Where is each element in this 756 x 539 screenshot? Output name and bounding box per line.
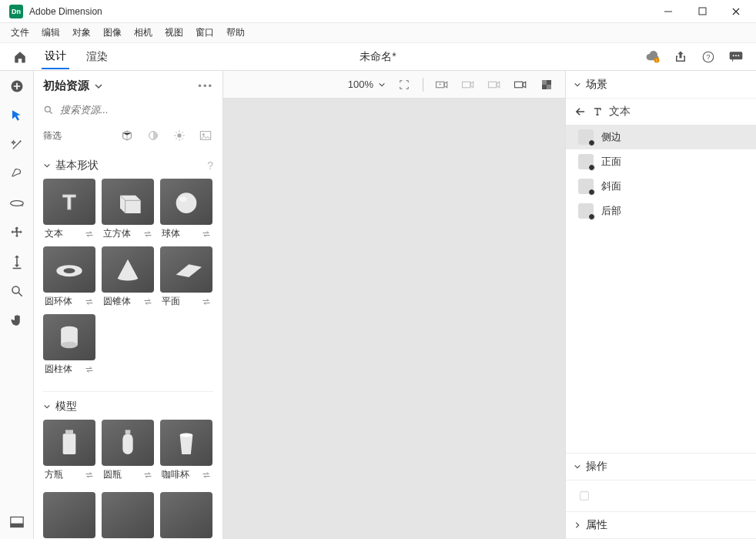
close-button[interactable]: [719, 1, 753, 22]
scene-panel-head[interactable]: 场景: [566, 71, 756, 99]
swap-icon[interactable]: [85, 366, 94, 373]
swap-icon[interactable]: [85, 471, 94, 479]
app-icon: Dn: [9, 5, 23, 18]
swap-icon[interactable]: [143, 471, 152, 479]
asset-label: 圆环体: [45, 295, 72, 308]
asset-card[interactable]: 方瓶: [43, 420, 95, 481]
camera-next-icon[interactable]: [487, 77, 502, 92]
scene-item[interactable]: 后部: [566, 199, 756, 223]
swap-icon[interactable]: [202, 298, 211, 306]
chevron-right-icon: [574, 521, 581, 529]
swap-icon[interactable]: [143, 298, 152, 306]
swap-icon[interactable]: [202, 230, 211, 238]
move-tool[interactable]: [8, 223, 26, 242]
asset-card[interactable]: [102, 492, 154, 538]
asset-label: 球体: [162, 227, 180, 240]
tab-render[interactable]: 渲染: [83, 45, 111, 69]
section-basic-shapes[interactable]: 基本形状 ?: [43, 152, 213, 179]
asset-card[interactable]: 立方体: [102, 179, 154, 240]
menu-help[interactable]: 帮助: [222, 24, 249, 42]
swap-icon[interactable]: [85, 298, 94, 306]
back-arrow-icon[interactable]: [575, 107, 586, 116]
layout-toggle[interactable]: [8, 513, 26, 531]
asset-card[interactable]: 球体: [160, 179, 212, 240]
menu-file[interactable]: 文件: [6, 24, 34, 42]
menu-view[interactable]: 视图: [160, 24, 188, 42]
tab-design[interactable]: 设计: [42, 45, 69, 69]
material-swatch-icon: [578, 203, 594, 219]
assets-dropdown-icon[interactable]: [94, 82, 103, 91]
magic-wand-tool[interactable]: [8, 136, 26, 154]
frame-icon[interactable]: [396, 77, 412, 92]
swap-icon[interactable]: [85, 230, 94, 238]
scene-item[interactable]: 侧边: [566, 125, 756, 149]
menubar: 文件 编辑 对象 图像 相机 视图 窗口 帮助: [0, 23, 756, 43]
zoom-tool[interactable]: [8, 282, 26, 300]
menu-image[interactable]: 图像: [99, 24, 126, 42]
svg-rect-41: [65, 430, 73, 434]
asset-card[interactable]: 圆环体: [43, 246, 95, 308]
swap-icon[interactable]: [143, 230, 152, 238]
select-tool[interactable]: [8, 106, 26, 125]
feedback-icon[interactable]: [728, 49, 744, 65]
assets-more-icon[interactable]: •••: [198, 80, 213, 92]
filter-materials-icon[interactable]: [146, 128, 161, 143]
section-help-icon[interactable]: ?: [207, 159, 213, 172]
filter-images-icon[interactable]: [198, 128, 213, 143]
asset-thumb: [102, 246, 154, 293]
asset-card[interactable]: 圆锥体: [102, 246, 154, 308]
menu-object[interactable]: 对象: [68, 24, 95, 42]
actions-body: [566, 480, 756, 511]
assets-panel: 初始资源 ••• 筛选 基本形状 ? T文本立方体球体圆环体圆锥体平面圆柱: [34, 71, 223, 539]
asset-card[interactable]: [160, 492, 212, 538]
asset-card[interactable]: 圆瓶: [102, 420, 154, 481]
svg-point-22: [177, 133, 181, 137]
home-icon[interactable]: [12, 49, 28, 65]
svg-point-35: [179, 196, 187, 202]
add-tool[interactable]: [8, 77, 26, 95]
scene-item[interactable]: 斜面: [566, 174, 756, 199]
asset-card[interactable]: 圆柱体: [43, 314, 95, 376]
minimize-button[interactable]: [651, 1, 685, 22]
menu-camera[interactable]: 相机: [129, 24, 157, 42]
canvas-viewport[interactable]: [223, 99, 565, 539]
zoom-control[interactable]: 100%: [348, 79, 386, 90]
asset-card[interactable]: T文本: [43, 179, 95, 240]
help-icon[interactable]: ?: [701, 49, 716, 65]
cloud-sync-icon[interactable]: !: [645, 49, 661, 65]
svg-text:T: T: [62, 189, 75, 214]
asset-card[interactable]: 平面: [160, 246, 212, 308]
scene-item[interactable]: 正面: [566, 149, 756, 174]
sampler-tool[interactable]: [8, 165, 26, 183]
actions-panel-head[interactable]: 操作: [566, 453, 756, 480]
asset-thumb: [43, 420, 95, 466]
svg-text:+: +: [439, 82, 442, 87]
filter-lights-icon[interactable]: [172, 128, 187, 143]
menu-edit[interactable]: 编辑: [37, 24, 65, 42]
maximize-button[interactable]: [685, 1, 719, 22]
render-preview-icon[interactable]: [539, 77, 554, 92]
assets-scroll[interactable]: 基本形状 ? T文本立方体球体圆环体圆锥体平面圆柱体 模型 方瓶圆瓶咖啡杯: [34, 151, 222, 539]
asset-card[interactable]: [43, 492, 95, 538]
hand-tool[interactable]: [8, 311, 26, 330]
camera-home-icon[interactable]: [513, 77, 528, 92]
svg-point-40: [61, 342, 78, 348]
camera-bookmark-add-icon[interactable]: +: [434, 77, 450, 92]
properties-panel-head[interactable]: 属性: [566, 511, 756, 539]
menu-window[interactable]: 窗口: [191, 24, 219, 42]
scene-item-label: 侧边: [601, 130, 621, 144]
search-icon: [43, 105, 54, 116]
camera-prev-icon[interactable]: [460, 77, 476, 92]
asset-thumb: T: [43, 179, 95, 225]
share-icon[interactable]: [673, 49, 688, 65]
search-input[interactable]: [60, 104, 213, 116]
swap-icon[interactable]: [202, 471, 211, 479]
scene-breadcrumb[interactable]: 文本: [566, 99, 756, 125]
asset-card[interactable]: 咖啡杯: [160, 420, 212, 481]
section-models[interactable]: 模型: [43, 393, 213, 420]
orbit-tool[interactable]: [8, 194, 26, 213]
dolly-tool[interactable]: [8, 253, 26, 271]
filter-models-icon[interactable]: [119, 128, 135, 143]
action-placeholder-icon[interactable]: [577, 488, 592, 504]
svg-point-19: [45, 106, 50, 112]
